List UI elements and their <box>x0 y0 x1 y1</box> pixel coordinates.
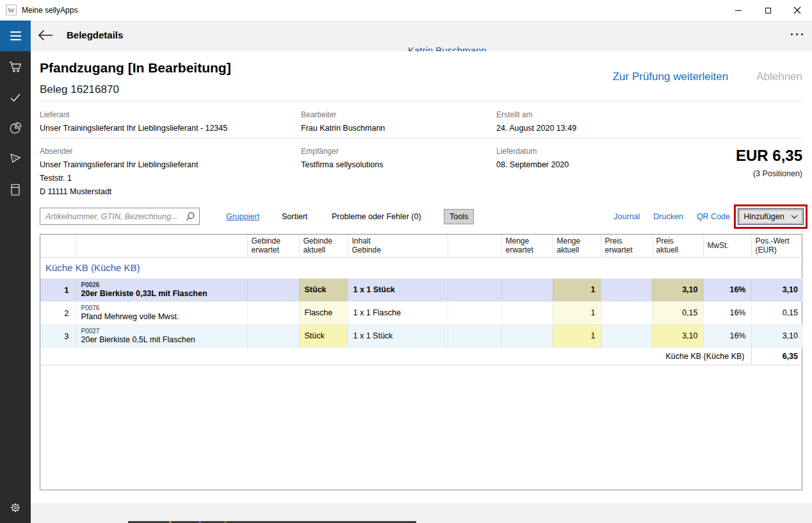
spacer-cell <box>448 324 501 347</box>
gebinde-aktuell-cell: Flasche <box>299 301 348 324</box>
supplier-value: Unser Trainingslieferant Ihr Lieblingsli… <box>40 124 227 133</box>
grouped-toggle[interactable]: Gruppiert <box>226 212 259 221</box>
gear-icon <box>8 501 22 515</box>
gebinde-aktuell-cell: Stück <box>299 324 348 347</box>
article-search-box <box>40 208 200 225</box>
ellipsis-icon <box>791 33 793 35</box>
recipient-label: Empfänger <box>301 147 339 156</box>
add-button-label: Hinzufügen <box>743 212 784 221</box>
preis-erwartet-cell <box>601 278 652 301</box>
more-options-button[interactable] <box>791 33 803 35</box>
col-gebinde-erwartet: Gebinde erwartet <box>247 235 299 257</box>
col-inhalt-gebinde: Inhalt Gebinde <box>348 235 448 257</box>
shopping-cart-icon <box>8 60 22 74</box>
reject-button[interactable]: Ablehnen <box>756 71 802 83</box>
row-number: 1 <box>40 278 76 301</box>
menge-erwartet-cell <box>501 324 553 347</box>
total-amount: EUR 6,35 <box>736 147 802 165</box>
pie-chart-icon <box>8 121 22 135</box>
arrow-left-icon <box>37 28 54 42</box>
created-at-label: Erstellt am <box>496 110 533 119</box>
forward-for-review-button[interactable]: Zur Prüfung weiterleiten <box>613 71 728 83</box>
created-at-value: 24. August 2020 13:49 <box>496 124 576 133</box>
hamburger-menu-button[interactable] <box>0 21 31 51</box>
search-icon[interactable] <box>185 212 195 222</box>
pos-wert-cell: 3,10 <box>751 278 803 301</box>
navigation-sidebar <box>0 51 31 523</box>
pennant-icon <box>8 152 22 166</box>
sidebar-item-settings[interactable] <box>0 492 31 523</box>
chevron-down-icon <box>791 215 798 219</box>
group-header-label: Küche KB (Küche KB) <box>40 257 803 278</box>
table-header-row: Gebinde erwartet Gebinde aktuell Inhalt … <box>40 235 803 257</box>
preis-erwartet-cell <box>601 324 652 347</box>
menge-aktuell-cell: 1 <box>553 278 601 301</box>
menge-aktuell-cell: 1 <box>553 324 601 347</box>
red-highlight-annotation: Hinzufügen <box>734 204 808 229</box>
window-controls <box>724 0 812 21</box>
problems-filter[interactable]: Probleme oder Fehler (0) <box>332 212 421 221</box>
supplier-label: Lieferant <box>40 110 70 119</box>
row-number: 3 <box>40 324 76 347</box>
minimize-button[interactable] <box>724 0 753 21</box>
article-code: P0026 <box>81 281 242 289</box>
gebinde-aktuell-cell: Stück <box>299 278 348 301</box>
col-mwst: MwSt. <box>703 235 751 257</box>
minimize-icon <box>735 10 742 11</box>
app-logo-icon: W <box>6 4 17 15</box>
preis-aktuell-cell: 0,15 <box>652 301 703 324</box>
inhalt-gebinde-cell: 1 x 1 Stück <box>348 278 448 301</box>
sidebar-item-cart[interactable] <box>0 51 31 82</box>
menge-erwartet-cell <box>501 278 553 301</box>
col-gebinde-aktuell: Gebinde aktuell <box>299 235 348 257</box>
inhalt-gebinde-cell: 1 x 1 Stück <box>348 324 448 347</box>
document-actions: Zur Prüfung weiterleiten Ablehnen <box>613 71 802 83</box>
group-header-row: Küche KB (Küche KB) <box>40 257 803 278</box>
book-icon <box>8 183 22 197</box>
window-titlebar: W Meine sellyApps <box>0 0 812 21</box>
add-button[interactable]: Hinzufügen <box>738 208 804 225</box>
sidebar-item-tasks[interactable] <box>0 82 31 113</box>
preis-aktuell-cell: 3,10 <box>652 324 703 347</box>
editor-label: Bearbeiter <box>301 110 336 119</box>
back-button[interactable] <box>37 28 55 44</box>
sorted-toggle[interactable]: Sortiert <box>282 212 307 221</box>
sender-label: Absender <box>40 147 72 156</box>
app-header: Belegdetails Katrin Buschmann <box>0 21 812 51</box>
inhalt-gebinde-cell: 1 x 1 Flasche <box>348 301 448 324</box>
editor-value: Frau Katrin Buschmann <box>301 124 385 133</box>
search-input[interactable] <box>40 208 183 224</box>
sidebar-item-statistics[interactable] <box>0 113 31 144</box>
pos-wert-cell: 3,10 <box>751 324 803 347</box>
gebinde-erwartet-cell <box>247 324 299 347</box>
sidebar-item-catalog[interactable] <box>0 174 31 205</box>
print-link[interactable]: Drucken <box>653 212 683 221</box>
col-spacer <box>448 235 501 257</box>
group-footer-row: Küche KB (Küche KB) 6,35 <box>40 347 803 365</box>
bottom-strip <box>31 503 812 523</box>
page-title: Belegdetails <box>67 29 123 40</box>
checkmark-icon <box>8 90 22 104</box>
col-preis-erwartet: Preis erwartet <box>601 235 652 257</box>
table-row[interactable]: 2 P0076Pfand Mehrweg volle Mwst. Flasche… <box>40 301 803 324</box>
sender-line-1: Unser Trainingslieferant Ihr Lieblingsli… <box>40 160 198 169</box>
group-footer-label: Küche KB (Küche KB) <box>40 347 751 365</box>
table-row[interactable]: 1 P002620er Bierkiste 0,33L mit Flaschen… <box>40 278 803 301</box>
journal-link[interactable]: Journal <box>613 212 640 221</box>
window-title: Meine sellyApps <box>22 6 77 15</box>
table-row[interactable]: 3 P002720er Bierkiste 0,5L mit Flaschen … <box>40 324 803 347</box>
divider <box>40 138 802 138</box>
col-menge-erwartet: Menge erwartet <box>501 235 553 257</box>
col-article <box>76 235 247 257</box>
mwst-cell: 16% <box>703 324 751 347</box>
close-button[interactable] <box>783 0 812 21</box>
qr-code-link[interactable]: QR Code <box>697 212 730 221</box>
sidebar-item-promotions[interactable] <box>0 144 31 174</box>
app-window: W Meine sellyApps Belegdetails Katrin Bu… <box>0 0 812 523</box>
sender-line-2: Teststr. 1 <box>40 174 72 183</box>
tools-button[interactable]: Tools <box>444 209 474 224</box>
positions-count: (3 Positionen) <box>753 169 802 178</box>
article-name: 20er Bierkiste 0,33L mit Flaschen <box>81 289 242 299</box>
recipient-value: Testfirma sellysolutions <box>301 160 384 169</box>
maximize-button[interactable] <box>753 0 783 21</box>
